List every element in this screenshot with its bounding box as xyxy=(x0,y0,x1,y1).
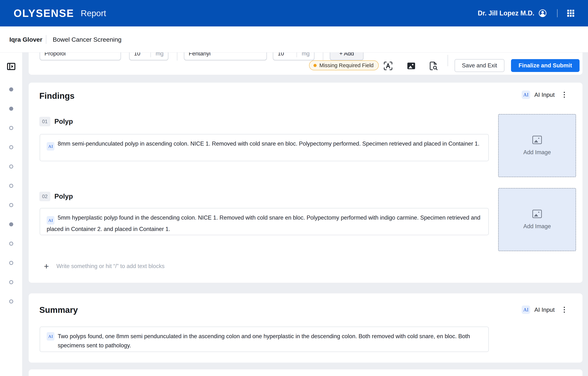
medication-name-field[interactable]: Fentanyl xyxy=(184,52,267,60)
findings-section-card: Findings AI AI Input 01 Polyp AI8mm semi… xyxy=(29,83,582,283)
medication-name-value: Propofol xyxy=(44,52,66,57)
next-section-card-clipped xyxy=(29,369,582,376)
medication-group-divider xyxy=(177,52,177,61)
image-placeholder-icon xyxy=(532,136,542,144)
nav-step-dot-3[interactable] xyxy=(9,126,13,130)
medication-group-divider xyxy=(323,52,323,61)
dose-unit-separator xyxy=(297,52,297,57)
nav-step-dot-2[interactable] xyxy=(9,107,13,111)
toolbar-divider xyxy=(448,55,448,66)
add-text-block-row[interactable]: + Write something or hit “/” to add text… xyxy=(44,262,165,271)
ai-generated-chip: AI xyxy=(47,142,54,151)
ai-badge-icon: AI xyxy=(522,305,530,314)
summary-ai-input-control[interactable]: AI AI Input xyxy=(522,305,566,314)
document-search-icon[interactable] xyxy=(429,61,438,71)
image-placeholder-icon xyxy=(532,209,542,218)
finding-2-text: 5mm hyperplastic polyp found in the desc… xyxy=(47,214,480,232)
dose-value: 10 xyxy=(134,52,140,57)
finding-1-text: 8mm semi-pendunculated polyp in ascendin… xyxy=(58,140,479,147)
report-toolbar: Iqra Glover Bowel Cancer Screening Missi… xyxy=(0,26,588,52)
summary-more-menu-icon[interactable] xyxy=(563,306,566,313)
ai-generated-chip: AI xyxy=(47,332,54,341)
warning-label: Missing Required Field xyxy=(319,63,374,68)
app-title: Report xyxy=(81,8,106,18)
section-nav-rail xyxy=(0,52,22,376)
missing-required-field-badge[interactable]: Missing Required Field xyxy=(309,60,379,70)
add-image-label: Add Image xyxy=(523,149,551,156)
warning-dot-icon xyxy=(313,64,317,67)
text-block-placeholder: Write something or hit “/” to add text b… xyxy=(56,263,165,270)
add-medication-button[interactable]: + Add xyxy=(330,52,363,60)
finding-2-header: 02 Polyp xyxy=(39,192,73,201)
summary-title: Summary xyxy=(39,305,78,315)
apps-grid-icon[interactable] xyxy=(567,10,574,17)
nav-step-dot-6[interactable] xyxy=(9,184,13,188)
text-recognition-icon[interactable] xyxy=(384,61,393,71)
patient-name: Iqra Glover xyxy=(9,36,43,43)
user-account-icon[interactable] xyxy=(538,9,547,17)
findings-more-menu-icon[interactable] xyxy=(563,91,566,98)
topbar-divider xyxy=(557,9,557,17)
expand-sidebar-icon[interactable] xyxy=(7,63,15,70)
plus-icon: + xyxy=(44,262,49,271)
nav-step-dot-1[interactable] xyxy=(9,87,13,91)
nav-step-dot-9[interactable] xyxy=(9,242,13,246)
add-image-label: Add Image xyxy=(523,223,551,230)
top-app-bar: OLYSENSE Report Dr. Jill Lopez M.D. xyxy=(0,0,588,26)
summary-text-block[interactable]: AI Two polyps found, one 8mm semi pendun… xyxy=(40,327,489,352)
dose-value: 10 xyxy=(278,52,284,57)
ai-input-label: AI Input xyxy=(534,306,555,313)
medication-name-value: Fentanyl xyxy=(189,52,211,57)
medication-dose-field[interactable]: 10 mg xyxy=(129,52,168,60)
dose-unit-separator xyxy=(150,52,151,57)
finding-number-badge: 01 xyxy=(39,117,50,126)
user-name: Dr. Jill Lopez M.D. xyxy=(478,9,534,17)
ai-badge-icon: AI xyxy=(522,91,530,99)
finding-2-text-block[interactable]: AI5mm hyperplastic polyp found in the de… xyxy=(40,208,489,235)
summary-text: Two polyps found, one 8mm semi penduncul… xyxy=(58,332,482,350)
topbar-right-group: Dr. Jill Lopez M.D. xyxy=(478,9,574,17)
finalize-and-submit-button[interactable]: Finalize and Submit xyxy=(511,59,579,72)
finding-type-label: Polyp xyxy=(54,193,73,200)
dose-unit: mg xyxy=(302,52,310,57)
nav-step-dot-10[interactable] xyxy=(9,261,13,265)
nav-step-dot-8[interactable] xyxy=(9,222,13,226)
image-tool-icon[interactable] xyxy=(407,61,416,71)
finding-1-add-image-dropzone[interactable]: Add Image xyxy=(498,114,576,177)
finding-1-text-block[interactable]: AI8mm semi-pendunculated polyp in ascend… xyxy=(40,134,489,161)
ai-generated-chip: AI xyxy=(47,216,54,225)
finding-type-label: Polyp xyxy=(54,118,73,125)
finding-number-badge: 02 xyxy=(39,192,50,201)
ai-input-label: AI Input xyxy=(534,91,555,98)
nav-step-dot-5[interactable] xyxy=(9,165,13,168)
summary-section-card: Summary AI AI Input AI Two polyps found,… xyxy=(29,293,582,363)
medication-dose-field[interactable]: 10 mg xyxy=(273,52,314,60)
finding-1-header: 01 Polyp xyxy=(39,117,73,126)
findings-title: Findings xyxy=(39,91,75,101)
nav-step-dot-7[interactable] xyxy=(9,203,13,207)
save-and-exit-button[interactable]: Save and Exit xyxy=(455,59,504,72)
finding-2-add-image-dropzone[interactable]: Add Image xyxy=(498,188,576,251)
nav-step-dot-11[interactable] xyxy=(9,280,13,284)
nav-step-dot-12[interactable] xyxy=(9,299,13,303)
procedure-name: Bowel Cancer Screening xyxy=(53,36,121,43)
findings-ai-input-control[interactable]: AI AI Input xyxy=(522,91,566,99)
nav-step-dot-4[interactable] xyxy=(9,145,13,149)
brand-logo: OLYSENSE xyxy=(14,7,74,19)
dose-unit: mg xyxy=(156,52,163,57)
breadcrumb-divider xyxy=(46,35,46,44)
medication-name-field[interactable]: Propofol xyxy=(40,52,121,60)
